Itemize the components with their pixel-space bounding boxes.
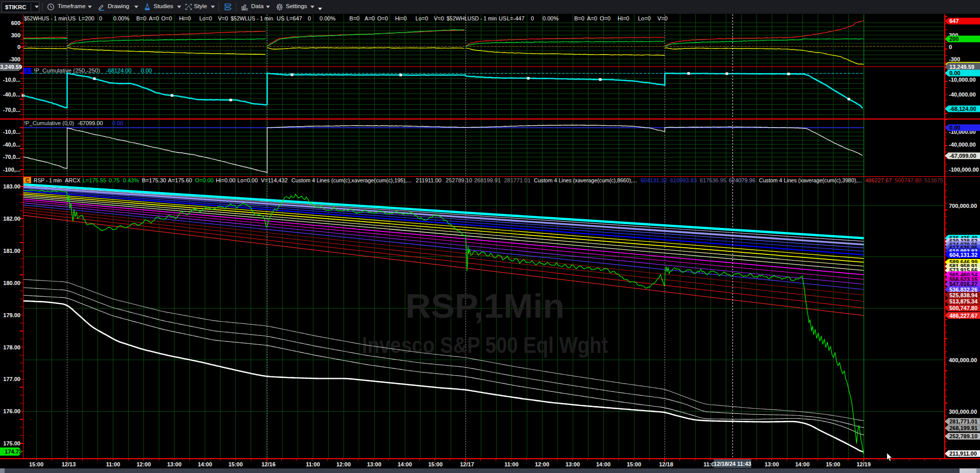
svg-text:-40,0...: -40,0... <box>3 91 20 98</box>
svg-text:0: 0 <box>531 15 534 21</box>
svg-text:-10,000.00: -10,000.00 <box>949 77 976 83</box>
svg-text:12/18/24 11:43: 12/18/24 11:43 <box>714 461 751 467</box>
svg-text:211911.00: 211911.00 <box>416 177 442 183</box>
svg-text:617636.95: 617636.95 <box>700 177 726 183</box>
svg-text:176.00: 176.00 <box>3 408 20 414</box>
svg-text:A=0: A=0 <box>364 15 375 21</box>
svg-text:Lo=0: Lo=0 <box>200 15 212 21</box>
svg-text:175.00: 175.00 <box>3 440 20 446</box>
svg-text:L=200: L=200 <box>79 15 94 21</box>
svg-text:15:00: 15:00 <box>627 461 641 467</box>
svg-text:B=0: B=0 <box>574 15 584 21</box>
svg-text:V=114,432: V=114,432 <box>261 177 288 183</box>
svg-text:268199.91: 268199.91 <box>474 177 501 183</box>
svg-text:-100,...: -100,... <box>3 167 20 173</box>
svg-text:12:00: 12:00 <box>336 461 351 467</box>
svg-text:178.00: 178.00 <box>3 344 20 350</box>
svg-text:13,249.59: 13,249.59 <box>949 64 974 70</box>
svg-text:14:00: 14:00 <box>596 461 610 467</box>
svg-text:486227.67: 486227.67 <box>865 177 892 183</box>
svg-text:0.75: 0.75 <box>109 177 119 183</box>
svg-text:14:00: 14:00 <box>198 461 212 467</box>
svg-text:11:00: 11:00 <box>106 461 120 467</box>
svg-text:252789.10: 252789.10 <box>446 177 472 183</box>
svg-text:0.43%: 0.43% <box>123 177 139 183</box>
svg-text:-10,0...: -10,0... <box>3 129 20 135</box>
svg-text:604131.32: 604131.32 <box>641 177 667 183</box>
svg-text:177.00: 177.00 <box>3 376 20 382</box>
svg-text:!P_Cumulative (250,-250): !P_Cumulative (250,-250) <box>34 67 100 74</box>
svg-text:500,747.80: 500,747.80 <box>949 305 977 311</box>
svg-text:13:00: 13:00 <box>566 461 580 467</box>
svg-text:300,000.00: 300,000.00 <box>949 409 977 415</box>
svg-text:13:00: 13:00 <box>765 461 779 467</box>
svg-text:US: US <box>277 15 284 21</box>
svg-text:2: 2 <box>24 41 27 47</box>
svg-text:O=0: O=0 <box>161 15 172 21</box>
svg-text:15:00: 15:00 <box>29 461 43 467</box>
svg-text:179.00: 179.00 <box>3 312 20 318</box>
svg-text:$52WLUS - 1 min: $52WLUS - 1 min <box>231 15 273 21</box>
svg-text:Hi=0: Hi=0 <box>618 15 629 21</box>
svg-text:Lo=0: Lo=0 <box>638 15 651 21</box>
svg-text:RSP - 1 min: RSP - 1 min <box>34 177 62 183</box>
svg-text:12/16: 12/16 <box>261 461 276 467</box>
svg-text:15:00: 15:00 <box>228 461 242 467</box>
svg-text:O=0: O=0 <box>377 15 388 21</box>
svg-text:610993.83: 610993.83 <box>670 177 697 183</box>
svg-text:A=0: A=0 <box>149 15 159 21</box>
svg-text:174.73: 174.73 <box>5 448 22 455</box>
svg-text:252,789.10: 252,789.10 <box>949 433 977 439</box>
svg-text:0.00: 0.00 <box>112 120 123 126</box>
svg-text:0.00: 0.00 <box>949 125 960 131</box>
svg-text:268,199.91: 268,199.91 <box>949 425 977 431</box>
svg-text:12/17: 12/17 <box>460 461 474 467</box>
svg-text:-70,0...: -70,0... <box>3 154 20 160</box>
svg-text:C: C <box>26 178 29 183</box>
svg-text:B=0: B=0 <box>136 15 146 21</box>
svg-text:400,000.00: 400,000.00 <box>949 357 977 363</box>
svg-text:0.00: 0.00 <box>949 70 960 76</box>
svg-text:$52WHLUSD - 1 min: $52WHLUSD - 1 min <box>447 15 497 21</box>
svg-text:-67099.00: -67099.00 <box>78 120 103 126</box>
svg-text:A=175.60: A=175.60 <box>168 177 192 183</box>
svg-text:11:00: 11:00 <box>504 461 519 467</box>
svg-text:180.00: 180.00 <box>3 280 20 286</box>
svg-text:-68,124.00: -68,124.00 <box>949 106 976 112</box>
svg-text:624079.96: 624079.96 <box>729 177 755 183</box>
svg-text:13,249.59: 13,249.59 <box>0 64 22 70</box>
svg-text:525,838.94: 525,838.94 <box>949 292 978 298</box>
svg-text:486,227.67: 486,227.67 <box>949 313 977 319</box>
svg-text:-68124.00: -68124.00 <box>106 67 132 74</box>
svg-text:604,131.32: 604,131.32 <box>949 252 977 258</box>
svg-text:182.00: 182.00 <box>3 216 20 222</box>
svg-text:200: 200 <box>949 36 959 42</box>
svg-text:O=0.00: O=0.00 <box>195 177 213 183</box>
svg-text:300: 300 <box>11 32 20 38</box>
svg-text:0: 0 <box>308 15 311 21</box>
svg-text:11:00: 11:00 <box>306 461 320 467</box>
svg-text:0: 0 <box>949 44 952 50</box>
svg-text:647: 647 <box>949 18 959 24</box>
svg-text:-100,000.00: -100,000.00 <box>949 167 979 173</box>
svg-text:Invesco S&P 500 Eql Wght: Invesco S&P 500 Eql Wght <box>362 333 608 358</box>
svg-text:183.00: 183.00 <box>3 183 20 190</box>
svg-text:12/18: 12/18 <box>659 461 673 467</box>
svg-text:-300: -300 <box>9 56 20 62</box>
svg-text:Custom 4 Lines (xaverage(cum(c: Custom 4 Lines (xaverage(cum(c),8660),..… <box>534 177 637 183</box>
svg-text:$52WHUS - 1 min: $52WHUS - 1 min <box>24 15 67 21</box>
svg-text:ARCX: ARCX <box>65 177 81 183</box>
svg-text:!P_Cumulative (0,0): !P_Cumulative (0,0) <box>24 120 74 126</box>
svg-text:RSP,1Min: RSP,1Min <box>405 287 565 325</box>
svg-text:-67,099.00: -67,099.00 <box>949 153 976 159</box>
svg-text:600: 600 <box>11 20 20 26</box>
svg-text:V=0: V=0 <box>434 15 444 21</box>
svg-text:281771.01: 281771.01 <box>504 177 531 183</box>
svg-text:0.00: 0.00 <box>141 67 152 74</box>
svg-text:-10,0...: -10,0... <box>3 77 20 83</box>
svg-text:V=0: V=0 <box>218 15 228 21</box>
svg-text:-300: -300 <box>949 56 960 62</box>
svg-text:513,875.34: 513,875.34 <box>949 298 978 304</box>
svg-text:14:00: 14:00 <box>398 461 412 467</box>
svg-text:0.00%: 0.00% <box>543 15 558 21</box>
